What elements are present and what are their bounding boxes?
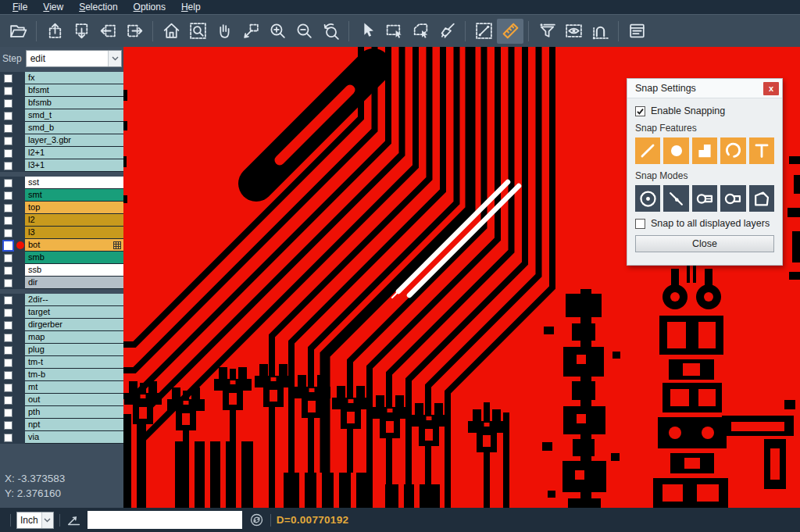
layer-label[interactable]: smd_t — [25, 109, 123, 122]
enable-snapping-checkbox[interactable] — [635, 106, 645, 116]
layer-row-l2[interactable]: l2 — [0, 214, 123, 227]
layer-row-dirgerber[interactable]: dirgerber — [0, 319, 123, 331]
layer-label[interactable]: top — [25, 202, 123, 214]
home-view-button[interactable] — [158, 19, 184, 44]
open-file-button[interactable] — [5, 19, 31, 44]
polygon-select-button[interactable] — [407, 19, 434, 44]
layer-visibility-checkbox[interactable] — [4, 421, 12, 430]
layer-label[interactable]: via — [25, 431, 123, 444]
midpoint-snap-button[interactable] — [663, 185, 688, 212]
layer-row-via[interactable]: via — [0, 431, 123, 444]
measure-ruler-button[interactable] — [497, 19, 523, 44]
layer-visibility-checkbox[interactable] — [4, 296, 12, 305]
layer-label[interactable]: l3+1 — [25, 159, 123, 172]
layer-row-l3[interactable]: l3 — [0, 227, 123, 239]
layer-row-l3+1[interactable]: l3+1 — [0, 159, 123, 172]
cleanup-brush-button[interactable] — [434, 19, 460, 44]
layer-label[interactable]: 2dir-- — [25, 294, 123, 306]
layer-label[interactable]: smt — [25, 189, 123, 202]
layer-visibility-checkbox[interactable] — [4, 309, 12, 317]
units-select[interactable]: Inch — [16, 512, 54, 529]
layer-row-l2+1[interactable]: l2+1 — [0, 147, 123, 159]
layer-label[interactable]: npt — [25, 419, 123, 431]
layer-visibility-checkbox[interactable] — [4, 112, 12, 120]
text-snap-button[interactable] — [749, 137, 774, 164]
menu-item-file[interactable]: File — [5, 0, 35, 14]
slot-horizontal-snap-button[interactable] — [692, 185, 717, 212]
layer-label[interactable]: sst — [25, 177, 123, 189]
layer-row-layer_3.gbr[interactable]: layer_3.gbr — [0, 134, 123, 147]
step-select[interactable]: edit — [26, 50, 122, 67]
layer-row-target[interactable]: target — [0, 306, 123, 319]
layer-row-bfsmt[interactable]: bfsmt — [0, 84, 123, 97]
shift-down-button[interactable] — [68, 19, 95, 44]
sync-circle-icon[interactable] — [248, 512, 265, 528]
layer-row-mt[interactable]: mt — [0, 381, 123, 394]
layer-visibility-checkbox[interactable] — [4, 124, 12, 133]
layer-visibility-checkbox[interactable] — [4, 162, 12, 170]
layer-row-out[interactable]: out — [0, 394, 123, 406]
layer-row-smd_t[interactable]: smd_t — [0, 109, 123, 122]
layer-label[interactable]: plug — [25, 344, 123, 356]
arc-snap-button[interactable] — [720, 137, 745, 164]
shift-left-button[interactable] — [95, 19, 121, 44]
angle-measure-icon[interactable] — [66, 512, 83, 529]
rect-select-button[interactable] — [380, 19, 407, 44]
layer-visibility-checkbox[interactable] — [4, 254, 12, 262]
layer-visibility-checkbox[interactable] — [4, 87, 12, 95]
layer-visibility-checkbox[interactable] — [4, 371, 12, 380]
layer-row-bfsmb[interactable]: bfsmb — [0, 97, 123, 109]
shift-right-button[interactable] — [121, 19, 148, 44]
layer-row-map[interactable]: map — [0, 331, 123, 344]
menu-item-selection[interactable]: Selection — [71, 0, 125, 14]
layer-visibility-checkbox[interactable] — [4, 321, 12, 330]
layer-label[interactable]: layer_3.gbr — [25, 134, 123, 147]
layer-visibility-checkbox[interactable] — [4, 241, 12, 250]
layer-row-pth[interactable]: pth — [0, 406, 123, 419]
layer-row-plug[interactable]: plug — [0, 344, 123, 356]
layer-visibility-checkbox[interactable] — [4, 279, 12, 287]
menu-item-help[interactable]: Help — [173, 0, 209, 14]
layer-row-fx[interactable]: fx — [0, 72, 123, 84]
layer-visibility-checkbox[interactable] — [4, 74, 12, 83]
menu-item-options[interactable]: Options — [126, 0, 173, 14]
snap-arc-button[interactable] — [587, 19, 613, 44]
layer-label[interactable]: bfsmb — [25, 97, 123, 109]
layer-visibility-checkbox[interactable] — [4, 346, 12, 355]
layer-visibility-checkbox[interactable] — [4, 334, 12, 342]
layer-row-dir[interactable]: dir — [0, 277, 123, 289]
enable-snapping-row[interactable]: Enable Snapping — [635, 105, 774, 116]
layer-label[interactable]: dirgerber — [25, 319, 123, 331]
layer-visibility-checkbox[interactable] — [4, 384, 12, 392]
view-box-button[interactable] — [560, 19, 587, 44]
layer-row-tm-b[interactable]: tm-b — [0, 369, 123, 381]
layer-visibility-checkbox[interactable] — [4, 216, 12, 225]
layer-row-ssb[interactable]: ssb — [0, 264, 123, 277]
line-snap-button[interactable] — [635, 137, 660, 164]
layer-label[interactable]: bfsmt — [25, 84, 123, 97]
layer-label[interactable]: dir — [25, 277, 123, 289]
corner-snap-button[interactable] — [749, 185, 774, 212]
snap-all-layers-checkbox[interactable] — [635, 219, 645, 229]
layer-visibility-checkbox[interactable] — [4, 266, 12, 275]
layer-label[interactable]: mt — [25, 381, 123, 394]
layer-row-smb[interactable]: smb — [0, 252, 123, 264]
layer-visibility-checkbox[interactable] — [4, 149, 12, 158]
layer-label[interactable]: map — [25, 331, 123, 344]
layer-row-tm-t[interactable]: tm-t — [0, 356, 123, 369]
surface-snap-button[interactable] — [692, 137, 717, 164]
layer-label[interactable]: tm-t — [25, 356, 123, 369]
center-snap-button[interactable] — [635, 185, 660, 212]
slot-snap-button[interactable] — [720, 185, 745, 212]
snap-all-row[interactable]: Snap to all displayed layers — [635, 218, 774, 229]
report-button[interactable] — [623, 19, 650, 44]
measure-line-button[interactable] — [470, 19, 497, 44]
layer-label[interactable]: tm-b — [25, 369, 123, 381]
layer-visibility-checkbox[interactable] — [4, 359, 12, 367]
layer-visibility-checkbox[interactable] — [4, 191, 12, 200]
shift-up-button[interactable] — [41, 19, 68, 44]
layer-visibility-checkbox[interactable] — [4, 409, 12, 417]
pan-button[interactable] — [211, 19, 238, 44]
layer-visibility-checkbox[interactable] — [4, 204, 12, 212]
select-button[interactable] — [354, 19, 380, 44]
